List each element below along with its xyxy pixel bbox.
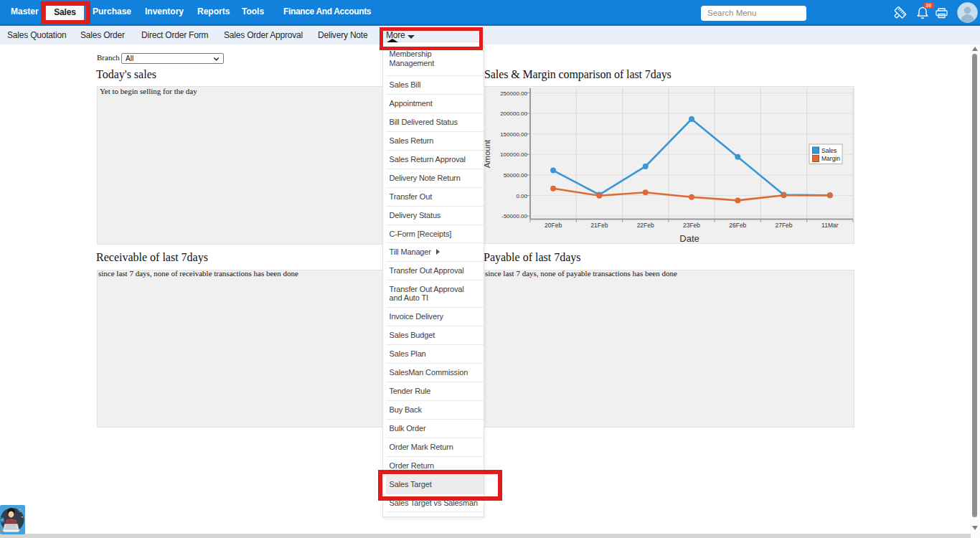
svg-text:27Feb: 27Feb [775, 222, 792, 229]
svg-text:26Feb: 26Feb [729, 222, 746, 229]
svg-text:20Feb: 20Feb [545, 222, 562, 229]
svg-text:Sales: Sales [821, 147, 837, 154]
svg-text:22Feb: 22Feb [637, 222, 654, 229]
svg-text:11Mar: 11Mar [821, 222, 839, 229]
svg-text:Margin: Margin [821, 155, 840, 162]
svg-text:-50000.00: -50000.00 [501, 213, 528, 220]
svg-text:Date: Date [679, 233, 699, 244]
svg-text:23Feb: 23Feb [683, 222, 700, 229]
svg-text:21Feb: 21Feb [590, 222, 608, 229]
svg-text:150000.00: 150000.00 [500, 131, 527, 138]
svg-text:250000.00: 250000.00 [500, 90, 527, 97]
svg-text:100000.00: 100000.00 [500, 151, 527, 158]
svg-text:0.00: 0.00 [516, 193, 527, 199]
svg-text:50000.00: 50000.00 [504, 172, 528, 179]
svg-text:200000.00: 200000.00 [500, 110, 527, 117]
